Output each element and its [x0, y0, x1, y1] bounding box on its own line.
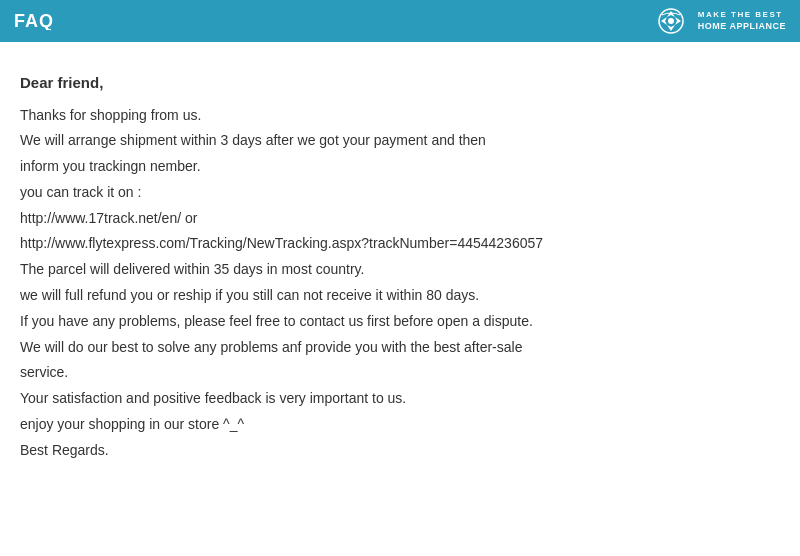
- greeting-text: Dear friend,: [20, 70, 780, 96]
- message-line: service.: [20, 361, 780, 385]
- message-line: If you have any problems, please feel fr…: [20, 310, 780, 334]
- message-line: you can track it on :: [20, 181, 780, 205]
- faq-content: Dear friend, Thanks for shopping from us…: [0, 42, 800, 485]
- message-line: Best Regards.: [20, 439, 780, 463]
- page-header: FAQ MAKE THE BEST HOME APPLIANCE: [0, 0, 800, 42]
- message-line: inform you trackingn nember.: [20, 155, 780, 179]
- message-body: Thanks for shopping from us.We will arra…: [20, 104, 780, 463]
- message-line: We will arrange shipment within 3 days a…: [20, 129, 780, 153]
- message-line: http://www.17track.net/en/ or: [20, 207, 780, 231]
- message-line: enjoy your shopping in our store ^_^: [20, 413, 780, 437]
- brand-tagline: MAKE THE BEST HOME APPLIANCE: [698, 9, 786, 33]
- message-line: Your satisfaction and positive feedback …: [20, 387, 780, 411]
- brand-logo-icon: [652, 7, 690, 35]
- faq-title: FAQ: [14, 11, 54, 32]
- message-line: The parcel will delivered within 35 days…: [20, 258, 780, 282]
- message-line: Thanks for shopping from us.: [20, 104, 780, 128]
- svg-point-1: [668, 18, 674, 24]
- message-line: http://www.flytexpress.com/Tracking/NewT…: [20, 232, 780, 256]
- message-line: We will do our best to solve any problem…: [20, 336, 780, 360]
- message-line: we will full refund you or reship if you…: [20, 284, 780, 308]
- faq-tab: FAQ: [14, 11, 54, 32]
- brand-area: MAKE THE BEST HOME APPLIANCE: [652, 7, 786, 35]
